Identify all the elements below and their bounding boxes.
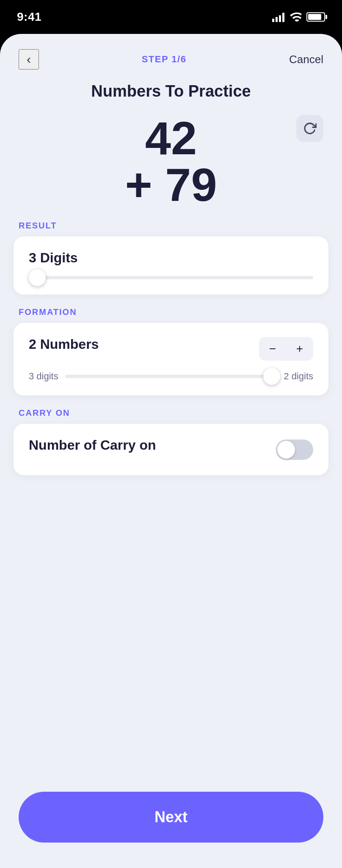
result-card-title: 3 Digits <box>29 250 313 266</box>
signal-bars-icon <box>272 12 284 22</box>
carry-on-card-title: Number of Carry on <box>29 437 156 453</box>
page-title: Numbers To Practice <box>0 78 342 111</box>
stepper-buttons: − + <box>259 337 313 361</box>
formation-row: 2 Numbers − + <box>29 337 313 361</box>
phone-container: 9:41 ‹ STEP 1/6 Cance <box>0 0 342 868</box>
status-icons <box>272 12 325 22</box>
number-primary: 42 <box>145 115 197 161</box>
next-button[interactable]: Next <box>19 792 323 843</box>
formation-slider-thumb <box>263 368 280 385</box>
header: ‹ STEP 1/6 Cancel <box>0 34 342 78</box>
cancel-button[interactable]: Cancel <box>289 53 323 66</box>
back-chevron-icon: ‹ <box>27 53 31 66</box>
slider-right-label: 2 digits <box>284 371 313 382</box>
toggle-knob <box>277 441 295 459</box>
toggle-row: Number of Carry on <box>29 437 313 462</box>
spacer <box>0 488 342 779</box>
slider-left-label: 3 digits <box>29 371 58 382</box>
next-button-container: Next <box>0 779 342 868</box>
refresh-button[interactable] <box>296 115 323 142</box>
back-button[interactable]: ‹ <box>19 49 39 70</box>
carry-on-card: Number of Carry on <box>14 424 328 475</box>
result-slider[interactable] <box>29 274 313 281</box>
formation-slider-fill <box>65 375 213 378</box>
status-time: 9:41 <box>17 10 41 24</box>
increment-button[interactable]: + <box>286 337 313 361</box>
result-card: 3 Digits <box>14 236 328 295</box>
next-button-label: Next <box>154 808 188 826</box>
result-slider-track <box>29 276 313 279</box>
number-display-area: 42 + 79 <box>0 111 342 221</box>
battery-icon <box>306 12 325 22</box>
status-bar: 9:41 <box>0 0 342 34</box>
numbers-container: 42 + 79 <box>125 115 217 208</box>
step-indicator: STEP 1/6 <box>142 54 187 65</box>
refresh-icon <box>303 122 317 135</box>
number-secondary: + 79 <box>125 161 217 208</box>
formation-card-title: 2 Numbers <box>29 337 99 352</box>
carry-on-toggle[interactable] <box>276 440 313 460</box>
formation-slider[interactable] <box>65 375 277 378</box>
result-slider-thumb <box>29 269 46 286</box>
carry-on-section-label: CARRY ON <box>0 408 342 424</box>
decrement-button[interactable]: − <box>259 337 286 361</box>
main-content: ‹ STEP 1/6 Cancel Numbers To Practice 42… <box>0 34 342 868</box>
wifi-icon <box>290 12 301 22</box>
formation-slider-row: 3 digits 2 digits <box>29 371 313 382</box>
formation-section-label: FORMATION <box>0 307 342 323</box>
result-section-label: RESULT <box>0 221 342 236</box>
formation-card: 2 Numbers − + 3 digits 2 digits <box>14 323 328 395</box>
